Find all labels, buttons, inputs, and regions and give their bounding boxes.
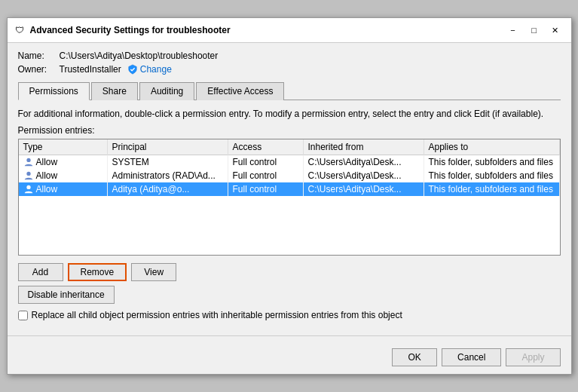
action-buttons-row: Add Remove View [18, 263, 561, 281]
col-type: Type [19, 139, 108, 155]
name-row: Name: C:\Users\Aditya\Desktop\troublesho… [18, 51, 561, 61]
owner-name: TrustedInstaller [60, 64, 121, 75]
user-icon [23, 157, 34, 167]
title-bar-controls: − □ ✕ [503, 23, 565, 38]
cancel-button[interactable]: Cancel [442, 348, 501, 366]
content-area: Name: C:\Users\Aditya\Desktop\troublesho… [8, 43, 571, 328]
main-window: 🛡 Advanced Security Settings for trouble… [7, 17, 572, 375]
cell-type: Allow [19, 182, 108, 196]
user-icon [23, 184, 34, 194]
change-link[interactable]: Change [127, 64, 172, 75]
table-row[interactable]: Allow Administrators (RAD\Ad... Full con… [19, 169, 560, 182]
maximize-button[interactable]: □ [524, 23, 544, 38]
col-applies: Applies to [424, 139, 559, 155]
owner-label: Owner: [18, 64, 60, 75]
cell-applies: This folder, subfolders and files [424, 169, 559, 182]
tab-auditing[interactable]: Auditing [139, 82, 194, 100]
table-row[interactable]: Allow SYSTEM Full control C:\Users\Adity… [19, 155, 560, 169]
tab-share[interactable]: Share [91, 82, 138, 100]
change-label: Change [140, 64, 172, 75]
cell-applies: This folder, subfolders and files [424, 182, 559, 196]
cell-access: Full control [228, 182, 303, 196]
replace-checkbox[interactable] [18, 311, 28, 320]
replace-label: Replace all child object permission entr… [32, 310, 402, 320]
window-icon: 🛡 [14, 24, 26, 36]
cell-type: Allow [19, 169, 108, 182]
col-principal: Principal [107, 139, 228, 155]
remove-button[interactable]: Remove [68, 263, 127, 281]
tab-effective-access[interactable]: Effective Access [196, 82, 284, 100]
cell-access: Full control [228, 169, 303, 182]
cell-inherited: C:\Users\Aditya\Desk... [303, 169, 424, 182]
table-header-row: Type Principal Access Inherited from App… [19, 139, 560, 155]
permission-table: Type Principal Access Inherited from App… [19, 139, 560, 196]
title-bar: 🛡 Advanced Security Settings for trouble… [8, 18, 571, 43]
minimize-button[interactable]: − [503, 23, 523, 38]
table-row[interactable]: Allow Aditya (Aditya@o... Full control C… [19, 182, 560, 196]
section-label: Permission entries: [18, 125, 561, 136]
footer-divider [8, 335, 571, 336]
tabs-container: Permissions Share Auditing Effective Acc… [18, 82, 561, 100]
footer-buttons: OK Cancel Apply [8, 342, 571, 374]
permission-table-body: Allow SYSTEM Full control C:\Users\Adity… [19, 155, 560, 196]
name-value: C:\Users\Aditya\Desktop\troubleshooter [60, 51, 219, 61]
svg-point-0 [26, 158, 30, 162]
owner-value: TrustedInstaller Change [60, 64, 172, 75]
cell-principal: SYSTEM [107, 155, 228, 169]
ok-button[interactable]: OK [392, 348, 437, 366]
window-title: Advanced Security Settings for troublesh… [30, 25, 503, 35]
cell-applies: This folder, subfolders and files [424, 155, 559, 169]
add-button[interactable]: Add [18, 263, 63, 281]
svg-point-2 [26, 185, 30, 189]
apply-button[interactable]: Apply [506, 348, 560, 366]
cell-principal: Administrators (RAD\Ad... [107, 169, 228, 182]
col-access: Access [228, 139, 303, 155]
view-button[interactable]: View [131, 263, 176, 281]
permission-table-wrapper: Type Principal Access Inherited from App… [18, 139, 561, 256]
owner-row: Owner: TrustedInstaller Change [18, 64, 561, 75]
cell-inherited: C:\Users\Aditya\Desk... [303, 182, 424, 196]
replace-checkbox-row: Replace all child object permission entr… [18, 310, 561, 320]
shield-icon [127, 64, 138, 75]
tab-permissions[interactable]: Permissions [18, 82, 90, 100]
name-label: Name: [18, 51, 60, 61]
cell-inherited: C:\Users\Aditya\Desk... [303, 155, 424, 169]
close-button[interactable]: ✕ [546, 23, 565, 38]
cell-principal: Aditya (Aditya@o... [107, 182, 228, 196]
description-text: For additional information, double-click… [18, 108, 561, 121]
col-inherited: Inherited from [303, 139, 424, 155]
disable-inheritance-button[interactable]: Disable inheritance [18, 286, 115, 304]
user-icon [23, 170, 34, 181]
svg-point-1 [26, 172, 30, 176]
cell-type: Allow [19, 155, 108, 169]
cell-access: Full control [228, 155, 303, 169]
